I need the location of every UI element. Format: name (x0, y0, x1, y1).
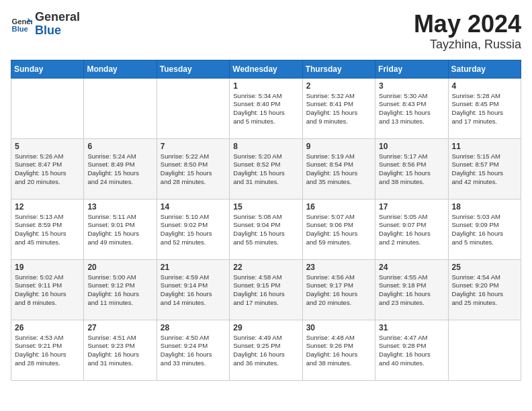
day-info: Sunrise: 5:34 AM Sunset: 8:40 PM Dayligh… (233, 92, 298, 126)
calendar-week-row: 1Sunrise: 5:34 AM Sunset: 8:40 PM Daylig… (11, 78, 521, 138)
day-number: 7 (161, 142, 226, 151)
day-number: 6 (87, 142, 152, 151)
day-number: 31 (379, 323, 444, 332)
calendar-week-row: 5Sunrise: 5:26 AM Sunset: 8:47 PM Daylig… (11, 138, 521, 199)
calendar-cell (448, 320, 521, 380)
calendar-cell: 17Sunrise: 5:05 AM Sunset: 9:07 PM Dayli… (375, 199, 448, 259)
calendar-cell: 29Sunrise: 4:49 AM Sunset: 9:25 PM Dayli… (230, 320, 302, 380)
day-number: 2 (306, 81, 371, 91)
day-info: Sunrise: 5:02 AM Sunset: 9:11 PM Dayligh… (15, 273, 80, 308)
calendar-cell: 15Sunrise: 5:08 AM Sunset: 9:04 PM Dayli… (230, 199, 302, 259)
day-info: Sunrise: 5:20 AM Sunset: 8:52 PM Dayligh… (233, 152, 298, 187)
month-year: May 2024 (414, 11, 521, 38)
day-info: Sunrise: 5:24 AM Sunset: 8:49 PM Dayligh… (87, 152, 152, 187)
day-number: 23 (306, 263, 371, 272)
day-info: Sunrise: 5:11 AM Sunset: 9:01 PM Dayligh… (87, 213, 152, 247)
day-info: Sunrise: 4:50 AM Sunset: 9:24 PM Dayligh… (161, 334, 226, 368)
day-info: Sunrise: 4:59 AM Sunset: 9:14 PM Dayligh… (161, 273, 226, 308)
calendar-cell: 8Sunrise: 5:20 AM Sunset: 8:52 PM Daylig… (230, 138, 302, 199)
day-info: Sunrise: 4:53 AM Sunset: 9:21 PM Dayligh… (15, 334, 80, 368)
day-info: Sunrise: 5:10 AM Sunset: 9:02 PM Dayligh… (161, 213, 226, 247)
logo-general: General (35, 11, 80, 24)
day-info: Sunrise: 4:55 AM Sunset: 9:18 PM Dayligh… (379, 273, 444, 308)
day-info: Sunrise: 5:00 AM Sunset: 9:12 PM Dayligh… (87, 273, 152, 308)
calendar-cell: 27Sunrise: 4:51 AM Sunset: 9:23 PM Dayli… (84, 320, 157, 380)
day-number: 1 (233, 81, 298, 91)
day-info: Sunrise: 5:30 AM Sunset: 8:43 PM Dayligh… (379, 92, 444, 126)
day-info: Sunrise: 5:05 AM Sunset: 9:07 PM Dayligh… (379, 213, 444, 247)
calendar-cell (84, 78, 157, 138)
weekday-header-saturday: Saturday (448, 60, 521, 78)
calendar-cell: 21Sunrise: 4:59 AM Sunset: 9:14 PM Dayli… (157, 259, 229, 320)
day-number: 22 (233, 263, 298, 272)
day-info: Sunrise: 5:08 AM Sunset: 9:04 PM Dayligh… (233, 213, 298, 247)
calendar-cell: 18Sunrise: 5:03 AM Sunset: 9:09 PM Dayli… (448, 199, 521, 259)
calendar-cell: 28Sunrise: 4:50 AM Sunset: 9:24 PM Dayli… (157, 320, 229, 380)
weekday-header-thursday: Thursday (302, 60, 375, 78)
day-number: 8 (233, 142, 298, 151)
day-number: 18 (452, 202, 517, 212)
day-number: 9 (306, 142, 371, 151)
calendar-cell: 19Sunrise: 5:02 AM Sunset: 9:11 PM Dayli… (11, 259, 84, 320)
day-info: Sunrise: 4:56 AM Sunset: 9:17 PM Dayligh… (306, 273, 371, 308)
day-number: 13 (87, 202, 152, 212)
day-number: 15 (233, 202, 298, 212)
calendar-cell: 12Sunrise: 5:13 AM Sunset: 8:59 PM Dayli… (11, 199, 84, 259)
day-info: Sunrise: 4:58 AM Sunset: 9:15 PM Dayligh… (233, 273, 298, 308)
day-info: Sunrise: 4:49 AM Sunset: 9:25 PM Dayligh… (233, 334, 298, 368)
day-number: 4 (452, 81, 517, 91)
day-info: Sunrise: 5:07 AM Sunset: 9:06 PM Dayligh… (306, 213, 371, 247)
day-number: 21 (161, 263, 226, 272)
calendar-cell: 16Sunrise: 5:07 AM Sunset: 9:06 PM Dayli… (302, 199, 375, 259)
calendar-cell: 31Sunrise: 4:47 AM Sunset: 9:28 PM Dayli… (375, 320, 448, 380)
day-number: 29 (233, 323, 298, 332)
weekday-header-tuesday: Tuesday (157, 60, 229, 78)
calendar-cell: 26Sunrise: 4:53 AM Sunset: 9:21 PM Dayli… (11, 320, 84, 380)
day-number: 14 (161, 202, 226, 212)
calendar-cell: 24Sunrise: 4:55 AM Sunset: 9:18 PM Dayli… (375, 259, 448, 320)
day-info: Sunrise: 5:17 AM Sunset: 8:56 PM Dayligh… (379, 152, 444, 187)
day-info: Sunrise: 5:03 AM Sunset: 9:09 PM Dayligh… (452, 213, 517, 247)
calendar-table: SundayMondayTuesdayWednesdayThursdayFrid… (11, 60, 521, 381)
title-block: May 2024 Tayzhina, Russia (414, 11, 521, 52)
day-info: Sunrise: 5:22 AM Sunset: 8:50 PM Dayligh… (161, 152, 226, 187)
calendar-cell: 22Sunrise: 4:58 AM Sunset: 9:15 PM Dayli… (230, 259, 302, 320)
day-info: Sunrise: 4:51 AM Sunset: 9:23 PM Dayligh… (87, 334, 152, 368)
calendar-cell: 11Sunrise: 5:15 AM Sunset: 8:57 PM Dayli… (448, 138, 521, 199)
calendar-cell: 20Sunrise: 5:00 AM Sunset: 9:12 PM Dayli… (84, 259, 157, 320)
calendar-cell (11, 78, 84, 138)
calendar-week-row: 19Sunrise: 5:02 AM Sunset: 9:11 PM Dayli… (11, 259, 521, 320)
day-number: 11 (452, 142, 517, 151)
day-info: Sunrise: 4:47 AM Sunset: 9:28 PM Dayligh… (379, 334, 444, 368)
day-info: Sunrise: 5:13 AM Sunset: 8:59 PM Dayligh… (15, 213, 80, 247)
day-number: 12 (15, 202, 80, 212)
calendar-cell: 5Sunrise: 5:26 AM Sunset: 8:47 PM Daylig… (11, 138, 84, 199)
day-number: 24 (379, 263, 444, 272)
day-number: 30 (306, 323, 371, 332)
day-number: 25 (452, 263, 517, 272)
day-number: 28 (161, 323, 226, 332)
calendar-cell: 3Sunrise: 5:30 AM Sunset: 8:43 PM Daylig… (375, 78, 448, 138)
day-number: 5 (15, 142, 80, 151)
calendar-header: SundayMondayTuesdayWednesdayThursdayFrid… (11, 60, 521, 78)
logo: General Blue General Blue (11, 11, 80, 38)
calendar-cell: 9Sunrise: 5:19 AM Sunset: 8:54 PM Daylig… (302, 138, 375, 199)
calendar-cell: 13Sunrise: 5:11 AM Sunset: 9:01 PM Dayli… (84, 199, 157, 259)
day-info: Sunrise: 5:28 AM Sunset: 8:45 PM Dayligh… (452, 92, 517, 126)
location: Tayzhina, Russia (414, 38, 521, 52)
calendar-cell (157, 78, 229, 138)
calendar-cell: 23Sunrise: 4:56 AM Sunset: 9:17 PM Dayli… (302, 259, 375, 320)
calendar-cell: 10Sunrise: 5:17 AM Sunset: 8:56 PM Dayli… (375, 138, 448, 199)
logo-icon: General Blue (11, 13, 32, 35)
day-info: Sunrise: 4:48 AM Sunset: 9:26 PM Dayligh… (306, 334, 371, 368)
calendar-week-row: 12Sunrise: 5:13 AM Sunset: 8:59 PM Dayli… (11, 199, 521, 259)
page-header: General Blue General Blue May 2024 Tayzh… (11, 11, 521, 52)
calendar-cell: 25Sunrise: 4:54 AM Sunset: 9:20 PM Dayli… (448, 259, 521, 320)
day-info: Sunrise: 5:32 AM Sunset: 8:41 PM Dayligh… (306, 92, 371, 126)
day-number: 16 (306, 202, 371, 212)
calendar-cell: 4Sunrise: 5:28 AM Sunset: 8:45 PM Daylig… (448, 78, 521, 138)
calendar-cell: 1Sunrise: 5:34 AM Sunset: 8:40 PM Daylig… (230, 78, 302, 138)
logo-blue: Blue (35, 24, 80, 38)
calendar-cell: 14Sunrise: 5:10 AM Sunset: 9:02 PM Dayli… (157, 199, 229, 259)
weekday-header-friday: Friday (375, 60, 448, 78)
